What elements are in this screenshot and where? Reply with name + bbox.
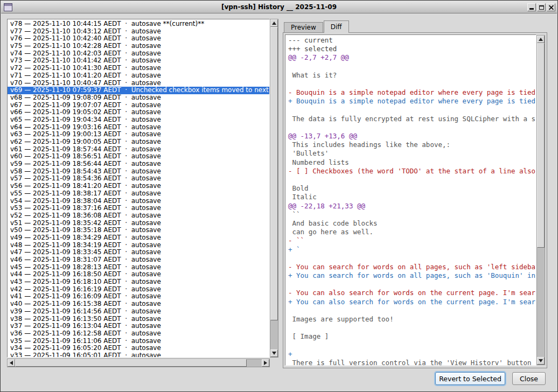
tab-preview[interactable]: Preview: [284, 22, 323, 33]
scroll-down-button[interactable]: [270, 349, 278, 357]
history-item[interactable]: v62 — 2025-11-09 19:00:05 AEDT · autosav…: [8, 138, 269, 146]
maximize-button[interactable]: [537, 3, 546, 11]
history-item[interactable]: v71 — 2025-11-10 10:41:20 AEDT · autosav…: [8, 72, 269, 80]
diff-line: @@ -2,7 +2,7 @@: [288, 53, 536, 62]
history-item[interactable]: v68 — 2025-11-09 19:08:09 AEDT · autosav…: [8, 94, 269, 102]
history-item[interactable]: v46 — 2025-11-09 18:31:07 AEDT · autosav…: [8, 256, 269, 264]
history-item[interactable]: v54 — 2025-11-09 18:38:04 AEDT · autosav…: [8, 198, 269, 205]
history-item[interactable]: v58 — 2025-11-09 18:54:43 AEDT · autosav…: [8, 168, 269, 176]
history-item[interactable]: v43 — 2025-11-09 16:18:10 AEDT · autosav…: [8, 278, 269, 286]
history-item[interactable]: v57 — 2025-11-09 18:54:36 AEDT · autosav…: [8, 175, 269, 183]
close-dialog-button[interactable]: Close: [512, 372, 546, 385]
scroll-up-button[interactable]: [537, 36, 545, 43]
diff-vertical-scrollbar[interactable]: [536, 35, 545, 365]
diff-line: + `: [288, 246, 536, 254]
history-item[interactable]: v45 — 2025-11-09 18:28:13 AEDT · autosav…: [8, 264, 269, 271]
history-item[interactable]: v34 — 2025-11-09 16:05:20 AEDT · autosav…: [8, 345, 269, 352]
history-item[interactable]: v74 — 2025-11-10 10:42:03 AEDT · autosav…: [8, 50, 269, 58]
history-item[interactable]: v37 — 2025-11-09 16:13:04 AEDT · autosav…: [8, 323, 269, 330]
history-item[interactable]: v60 — 2025-11-09 18:56:51 AEDT · autosav…: [8, 153, 269, 160]
history-item[interactable]: v40 — 2025-11-09 16:15:38 AEDT · autosav…: [8, 300, 269, 308]
history-item[interactable]: v35 — 2025-11-09 16:11:06 AEDT · autosav…: [8, 338, 269, 345]
tab-diff[interactable]: Diff: [324, 20, 349, 33]
history-item[interactable]: v36 — 2025-11-09 16:12:58 AEDT · autosav…: [8, 330, 269, 338]
history-item[interactable]: v53 — 2025-11-09 18:37:16 AEDT · autosav…: [8, 205, 269, 212]
diff-line: [288, 280, 536, 289]
diff-line: 'Bullets': [288, 149, 536, 158]
history-item[interactable]: v41 — 2025-11-09 16:16:09 AEDT · autosav…: [8, 293, 269, 300]
diff-line: [288, 62, 536, 71]
history-item[interactable]: v48 — 2025-11-09 18:34:19 AEDT · autosav…: [8, 242, 269, 249]
diff-line: [288, 176, 536, 184]
history-item[interactable]: v70 — 2025-11-10 10:40:47 AEDT · autosav…: [8, 80, 269, 87]
history-item[interactable]: v50 — 2025-11-09 18:35:18 AEDT · autosav…: [8, 227, 269, 234]
history-item[interactable]: v76 — 2025-11-10 10:42:40 AEDT · autosav…: [8, 35, 269, 43]
window-controls: [527, 3, 555, 11]
history-item[interactable]: v56 — 2025-11-09 18:41:20 AEDT · autosav…: [8, 183, 269, 190]
scroll-up-button[interactable]: [270, 19, 278, 27]
history-item[interactable]: v67 — 2025-11-09 19:07:07 AEDT · autosav…: [8, 102, 269, 109]
history-item[interactable]: v39 — 2025-11-09 16:14:56 AEDT · autosav…: [8, 308, 269, 316]
diff-line: @@ -22,18 +21,33 @@: [288, 202, 536, 211]
minimize-icon: [529, 8, 534, 10]
window-title: [vpn-ssh] History __ 2025-11-09: [1, 3, 557, 11]
close-icon: [549, 5, 554, 10]
arrow-up-icon: [539, 38, 543, 41]
diff-line: [288, 106, 536, 115]
diff-line: - Bouquin is a simple notepad editor whe…: [288, 88, 536, 97]
history-item[interactable]: v69 — 2025-11-10 07:59:37 AEDT · Uncheck…: [8, 87, 269, 94]
history-item[interactable]: v42 — 2025-11-09 16:16:19 AEDT · autosav…: [8, 286, 269, 293]
history-list[interactable]: v78 — 2025-11-10 10:44:15 AEDT · autosav…: [7, 19, 270, 358]
diff-line: @@ -13,7 +13,6 @@: [288, 132, 536, 141]
history-item[interactable]: v38 — 2025-11-09 16:13:50 AEDT · autosav…: [8, 316, 269, 323]
diff-scroll-thumb[interactable]: [537, 43, 545, 248]
history-item[interactable]: v49 — 2025-11-09 18:34:29 AEDT · autosav…: [8, 234, 269, 242]
diff-line: This includes headings like the above,:: [288, 141, 536, 149]
history-item[interactable]: v66 — 2025-11-09 19:05:02 AEDT · autosav…: [8, 109, 269, 116]
revert-to-selected-button[interactable]: Revert to Selected: [435, 372, 505, 385]
history-item[interactable]: v65 — 2025-11-09 19:04:34 AEDT · autosav…: [8, 116, 269, 124]
history-item[interactable]: v78 — 2025-11-10 10:44:15 AEDT · autosav…: [8, 20, 269, 28]
diff-line: - You can also search for words on the c…: [288, 289, 536, 297]
history-item[interactable]: v55 — 2025-11-09 18:38:17 AEDT · autosav…: [8, 190, 269, 198]
diff-line: + You can also search for words on the c…: [288, 298, 536, 306]
diff-line: [288, 306, 536, 315]
diff-line: [288, 341, 536, 350]
history-hscroll-thumb[interactable]: [15, 359, 247, 367]
tab-bar: Preview Diff: [284, 20, 350, 33]
titlebar[interactable]: [vpn-ssh] History __ 2025-11-09: [1, 1, 557, 13]
history-item[interactable]: v51 — 2025-11-09 18:35:42 AEDT · autosav…: [8, 220, 269, 227]
scroll-right-button[interactable]: [262, 359, 269, 367]
diff-line: can go here as well.: [288, 228, 536, 236]
history-item[interactable]: v47 — 2025-11-09 18:33:45 AEDT · autosav…: [8, 249, 269, 256]
history-horizontal-scrollbar[interactable]: [7, 359, 270, 367]
history-item[interactable]: v33 — 2025-11-09 16:05:01 AEDT · autosav…: [8, 352, 269, 358]
history-item[interactable]: v73 — 2025-11-10 10:41:42 AEDT · autosav…: [8, 57, 269, 65]
history-item[interactable]: v44 — 2025-11-09 16:18:50 AEDT · autosav…: [8, 271, 269, 278]
history-item[interactable]: v64 — 2025-11-09 19:03:16 AEDT · autosav…: [8, 124, 269, 131]
diff-view[interactable]: --- current+++ selected@@ -2,7 +2,7 @@ W…: [285, 34, 536, 366]
diff-line: - You can search for words on all pages,…: [288, 263, 536, 271]
close-button[interactable]: [547, 3, 555, 11]
history-item[interactable]: v75 — 2025-11-10 10:42:28 AEDT · autosav…: [8, 43, 269, 50]
history-item[interactable]: v63 — 2025-11-09 19:00:13 AEDT · autosav…: [8, 131, 269, 138]
history-item[interactable]: v59 — 2025-11-09 18:56:44 AEDT · autosav…: [8, 160, 269, 168]
history-item[interactable]: v72 — 2025-11-10 10:41:30 AEDT · autosav…: [8, 65, 269, 72]
diff-line: +: [288, 350, 536, 359]
history-item[interactable]: v52 — 2025-11-09 18:36:08 AEDT · autosav…: [8, 212, 269, 220]
diff-line: [ Image ]: [288, 332, 536, 341]
history-item[interactable]: v61 — 2025-11-09 18:57:44 AEDT · autosav…: [8, 146, 269, 153]
minimize-button[interactable]: [527, 3, 536, 11]
diff-line: And basic code blocks: [288, 219, 536, 228]
scroll-left-button[interactable]: [8, 359, 15, 367]
arrow-left-icon: [10, 361, 13, 365]
diff-line: Numbered lists: [288, 158, 536, 167]
history-item[interactable]: v77 — 2025-11-10 10:43:12 AEDT · autosav…: [8, 28, 269, 36]
history-vertical-scrollbar[interactable]: [270, 19, 278, 358]
diff-line: + Bouquin is a simple notepad editor whe…: [288, 97, 536, 106]
arrow-right-icon: [264, 361, 267, 365]
history-scroll-thumb[interactable]: [270, 27, 278, 320]
scroll-down-button[interactable]: [537, 357, 545, 365]
diff-line: --- current: [288, 36, 536, 45]
diff-line: Images are supported too!: [288, 315, 536, 324]
